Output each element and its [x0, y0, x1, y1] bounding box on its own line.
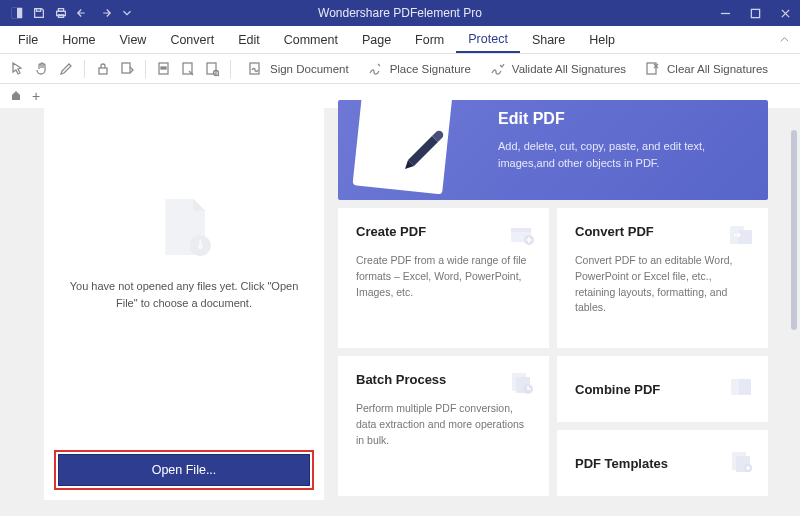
ribbon-toolbar: Sign Document Place Signature Validate A…	[0, 54, 800, 84]
undo-icon[interactable]	[72, 2, 94, 24]
svg-rect-10	[161, 67, 166, 69]
redo-icon[interactable]	[94, 2, 116, 24]
minimize-button[interactable]	[710, 0, 740, 26]
permissions-icon[interactable]	[117, 59, 137, 79]
svg-rect-12	[207, 63, 216, 74]
tile-batch-desc: Perform multiple PDF conversion, data ex…	[356, 401, 531, 448]
redact-search-icon[interactable]	[202, 59, 222, 79]
open-file-panel: You have not opened any files yet. Click…	[44, 100, 324, 500]
tile-create-title: Create PDF	[356, 224, 531, 239]
place-signature-button[interactable]: Place Signature	[359, 57, 477, 81]
place-signature-label: Place Signature	[390, 63, 471, 75]
menu-help[interactable]: Help	[577, 26, 627, 54]
tile-batch-title: Batch Process	[356, 372, 531, 387]
maximize-button[interactable]	[740, 0, 770, 26]
separator	[145, 60, 146, 78]
menu-comment[interactable]: Comment	[272, 26, 350, 54]
hero-desc: Add, delete, cut, copy, paste, and edit …	[498, 138, 750, 171]
menu-form[interactable]: Form	[403, 26, 456, 54]
svg-rect-21	[738, 230, 752, 244]
tile-convert-title: Convert PDF	[575, 224, 750, 239]
save-icon[interactable]	[28, 2, 50, 24]
home-tab-icon[interactable]	[10, 87, 22, 105]
hand-icon[interactable]	[32, 59, 52, 79]
tile-pdf-templates[interactable]: PDF Templates	[557, 430, 768, 496]
svg-rect-18	[511, 228, 531, 232]
validate-signatures-icon	[487, 59, 507, 79]
menu-bar: File Home View Convert Edit Comment Page…	[0, 26, 800, 54]
redact-mark-icon[interactable]	[154, 59, 174, 79]
new-tab-button[interactable]: +	[32, 89, 40, 103]
tile-combine-pdf[interactable]: Combine PDF	[557, 356, 768, 422]
sign-document-button[interactable]: Sign Document	[239, 57, 355, 81]
pdf-templates-icon	[728, 448, 754, 478]
menu-file[interactable]: File	[6, 26, 50, 54]
tile-create-desc: Create PDF from a wide range of file for…	[356, 253, 531, 300]
menu-view[interactable]: View	[108, 26, 159, 54]
pen-icon	[398, 120, 448, 174]
svg-rect-7	[99, 68, 107, 74]
svg-rect-6	[751, 9, 759, 17]
svg-rect-26	[739, 379, 751, 395]
open-file-highlight: Open File...	[54, 450, 314, 490]
menu-protect[interactable]: Protect	[456, 26, 520, 53]
tile-convert-pdf[interactable]: Convert PDF Convert PDF to an editable W…	[557, 208, 768, 348]
separator	[230, 60, 231, 78]
convert-pdf-icon	[728, 222, 754, 252]
content-area: You have not opened any files yet. Click…	[0, 108, 800, 516]
menu-convert[interactable]: Convert	[158, 26, 226, 54]
tile-batch-process[interactable]: Batch Process Perform multiple PDF conve…	[338, 356, 549, 496]
app-logo-icon	[6, 2, 28, 24]
title-bar: Wondershare PDFelement Pro	[0, 0, 800, 26]
place-signature-icon	[365, 59, 385, 79]
menu-page[interactable]: Page	[350, 26, 403, 54]
svg-rect-1	[12, 8, 17, 19]
password-icon[interactable]	[93, 59, 113, 79]
menu-home[interactable]: Home	[50, 26, 107, 54]
separator	[84, 60, 85, 78]
create-pdf-icon	[509, 222, 535, 252]
sign-document-icon	[245, 59, 265, 79]
tile-combine-title: Combine PDF	[575, 382, 660, 397]
tile-convert-desc: Convert PDF to an editable Word, PowerPo…	[575, 253, 750, 316]
close-button[interactable]	[770, 0, 800, 26]
hero-edit-pdf[interactable]: PDF Edit PDF Add, delete, cut, copy, pas…	[338, 100, 768, 200]
clear-signatures-icon	[642, 59, 662, 79]
batch-process-icon	[509, 370, 535, 400]
redact-apply-icon[interactable]	[178, 59, 198, 79]
hero-title: Edit PDF	[498, 110, 750, 128]
clear-signatures-label: Clear All Signatures	[667, 63, 768, 75]
clear-signatures-button[interactable]: Clear All Signatures	[636, 57, 774, 81]
open-file-button[interactable]: Open File...	[58, 454, 310, 486]
qa-more-icon[interactable]	[116, 2, 138, 24]
document-placeholder-icon	[149, 192, 219, 266]
sign-document-label: Sign Document	[270, 63, 349, 75]
print-icon[interactable]	[50, 2, 72, 24]
hero-illustration: PDF	[358, 100, 448, 190]
scrollbar[interactable]	[791, 130, 797, 330]
menu-share[interactable]: Share	[520, 26, 577, 54]
menu-edit[interactable]: Edit	[226, 26, 272, 54]
feature-grid: Create PDF Create PDF from a wide range …	[338, 208, 768, 496]
tile-templates-title: PDF Templates	[575, 456, 668, 471]
combine-pdf-icon	[728, 374, 754, 404]
svg-rect-4	[58, 9, 63, 12]
svg-rect-2	[36, 9, 40, 12]
collapse-ribbon-icon[interactable]	[779, 34, 790, 47]
validate-signatures-label: Validate All Signatures	[512, 63, 626, 75]
open-file-hint: You have not opened any files yet. Click…	[44, 278, 324, 311]
tile-create-pdf[interactable]: Create PDF Create PDF from a wide range …	[338, 208, 549, 348]
svg-rect-8	[122, 63, 130, 73]
validate-signatures-button[interactable]: Validate All Signatures	[481, 57, 632, 81]
edit-tool-icon[interactable]	[56, 59, 76, 79]
pointer-icon[interactable]	[8, 59, 28, 79]
